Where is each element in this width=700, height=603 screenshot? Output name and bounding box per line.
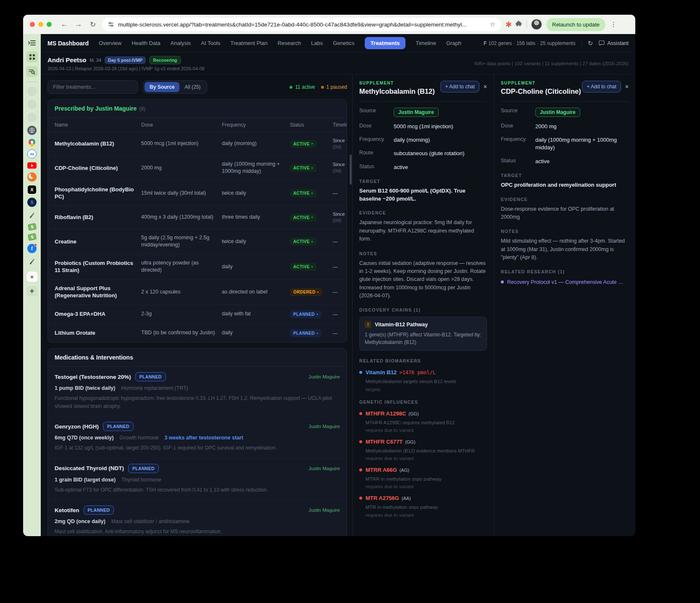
tab-genetics[interactable]: Genetics <box>333 40 355 46</box>
tab-analysis[interactable]: Analysis <box>171 40 191 46</box>
tab-timeline[interactable]: Timeline <box>416 40 436 46</box>
close-panel-icon[interactable]: × <box>484 83 487 90</box>
youtube-icon[interactable] <box>27 162 37 169</box>
table-row[interactable]: Adrenal Support Plus (Regenerative Nutri… <box>48 280 347 305</box>
new-item-button[interactable]: + <box>26 286 38 296</box>
table-row[interactable]: Lithium Orotate TBD (to be confirmed by … <box>48 324 347 342</box>
extensions-puzzle-icon[interactable] <box>516 20 522 29</box>
table-row[interactable]: CDP-Choline (Citicoline) 2000 mg daily (… <box>48 156 347 181</box>
status-badge[interactable]: ACTIVE▾ <box>290 164 316 172</box>
medication-item[interactable]: Genryzon (HGH) PLANNED Justin Maguire 6m… <box>48 416 347 458</box>
site-settings-icon[interactable] <box>108 21 114 27</box>
variant-link[interactable]: MTHFR A1298C <box>366 410 406 417</box>
active-count: 11 active <box>289 84 315 90</box>
table-row[interactable]: Riboflavin (B2) 400mg x 3 daily (1200mg … <box>48 206 347 229</box>
status-badge[interactable]: ACTIVE▾ <box>290 263 316 271</box>
tab-treatment-plan[interactable]: Treatment Plan <box>230 40 267 46</box>
status-badge[interactable]: PLANNED▾ <box>290 310 321 318</box>
apps-grid-icon[interactable] <box>26 51 38 62</box>
bookmark-star-icon[interactable]: ☆ <box>490 21 495 28</box>
status-badge[interactable]: ACTIVE▾ <box>290 238 316 246</box>
add-to-chat-button[interactable]: + Add to chat <box>582 81 621 93</box>
planned-badge: PLANNED <box>135 372 166 381</box>
extension-icon[interactable] <box>505 21 511 27</box>
app-placeholder-icon[interactable] <box>27 87 37 96</box>
scrollbar-thumb[interactable] <box>350 154 352 185</box>
maximize-window-button[interactable] <box>47 22 52 27</box>
table-row[interactable]: Omega-3 EPA+DHA 2-3g daily with fat PLAN… <box>48 305 347 324</box>
medication-item[interactable]: Testogel (Testosterone 20%) PLANNED Just… <box>48 367 347 416</box>
app-placeholder-icon[interactable] <box>27 113 37 122</box>
x-twitter-icon[interactable]: X <box>28 185 36 194</box>
caret-down-icon: ▾ <box>311 265 313 269</box>
variant-link[interactable]: MTR A2756G <box>366 495 399 501</box>
tab-labs[interactable]: Labs <box>311 40 323 46</box>
ita-icon[interactable]: ita <box>27 149 37 159</box>
tab-treatments[interactable]: Treatments <box>365 37 405 49</box>
close-panel-icon[interactable]: × <box>625 83 629 90</box>
status-badge[interactable]: ACTIVE▾ <box>290 189 316 197</box>
close-window-button[interactable] <box>30 22 35 27</box>
panel-kicker: SUPPLEMENT <box>501 81 581 85</box>
source-badge[interactable]: Justin Maguire <box>535 108 580 117</box>
source-badge[interactable]: Justin Maguire <box>394 108 439 117</box>
add-to-chat-button[interactable]: + Add to chat <box>440 81 479 93</box>
tab-research[interactable]: Research <box>278 40 301 46</box>
notes-section-label: NOTES <box>359 251 487 256</box>
prescriber: Justin Maguire <box>308 374 340 379</box>
app-placeholder-icon[interactable] <box>27 100 37 109</box>
sidebar-toggle-icon[interactable] <box>26 38 37 48</box>
pen-icon[interactable] <box>27 211 37 220</box>
table-row[interactable]: Phosphatidylcholine (BodyBio PC) 15ml tw… <box>48 181 347 206</box>
variant-dot-icon <box>359 412 362 415</box>
crunchyroll-icon[interactable] <box>27 172 37 182</box>
refresh-icon[interactable]: ↻ <box>588 40 593 47</box>
notes-text: Causes initial sedation (adaptive respon… <box>359 259 487 300</box>
status-badge[interactable]: ACTIVE▾ <box>290 140 316 148</box>
research-link[interactable]: Recovery Protocol v1 — Comprehensive Acu… <box>507 279 625 285</box>
browser-menu-icon[interactable]: ⋮ <box>610 21 618 28</box>
timing-link[interactable]: 3 weeks after testosterone start <box>164 435 243 441</box>
all-toggle[interactable]: All (25) <box>179 82 205 92</box>
variant-link[interactable]: MTHFR C677T <box>366 439 403 445</box>
discovery-chains-label: DISCOVERY CHAINS (1) <box>359 307 487 312</box>
medication-item[interactable]: Desiccated Thyroid (NDT) PLANNED Justin … <box>48 458 347 500</box>
assistant-button[interactable]: Assistant <box>599 40 629 46</box>
status-badge[interactable]: PLANNED▾ <box>290 329 321 337</box>
maps-pin-icon[interactable] <box>27 138 37 147</box>
forward-icon[interactable]: → <box>74 20 84 29</box>
tab-graph[interactable]: Graph <box>446 40 461 46</box>
caret-down-icon: ▾ <box>311 240 313 243</box>
minimize-window-button[interactable] <box>38 22 43 27</box>
url-bar[interactable]: multiple-sclerosis.vercel.app/?tab=treat… <box>102 18 501 31</box>
tab-ai-tools[interactable]: AI Tools <box>201 40 220 46</box>
table-row[interactable]: Probiotics (Custom Probiotics 11 Strain)… <box>48 254 347 280</box>
filter-treatments-input[interactable] <box>47 80 138 94</box>
reload-icon[interactable]: ↻ <box>88 20 98 29</box>
globe-icon[interactable] <box>27 126 37 135</box>
status-badge[interactable]: ORDERED▾ <box>290 288 322 296</box>
cash-icon[interactable]: $ <box>27 223 37 231</box>
cash-icon[interactable]: $ <box>27 233 37 241</box>
search-list-icon[interactable] <box>26 66 38 77</box>
pen-icon[interactable] <box>27 257 37 266</box>
discovery-chain-card[interactable]: ! Vitamin-B12 Pathway 1 gene(s) (MTHFR) … <box>359 317 487 351</box>
patient-name: Andri Peetso <box>47 56 87 63</box>
variant-link[interactable]: MTRR A66G <box>366 467 397 473</box>
biomarker-link[interactable]: Vitamin B12 <box>366 369 397 376</box>
close-button[interactable]: × <box>26 272 38 282</box>
medication-item[interactable]: Ketotifen PLANNED Justin Maguire 2mg QD … <box>48 500 347 536</box>
app-title[interactable]: MS Dashboard <box>47 40 89 47</box>
dark-app-icon[interactable]: S <box>27 198 37 207</box>
back-icon[interactable]: ← <box>59 20 69 29</box>
by-source-toggle[interactable]: By Source <box>145 82 179 92</box>
facebook-icon[interactable]: f <box>27 244 37 253</box>
table-row[interactable]: Methylcobalamin (B12) 5000 mcg (1ml inje… <box>48 132 347 156</box>
table-header: NameDoseFrequencyStatusTimeline <box>48 118 347 132</box>
tab-health-data[interactable]: Health Data <box>132 40 161 46</box>
relaunch-button[interactable]: Relaunch to update <box>546 18 605 31</box>
status-badge[interactable]: ACTIVE▾ <box>290 214 316 222</box>
table-row[interactable]: Creatine 5g daily (2.5g morning + 2.5g m… <box>48 229 347 254</box>
tab-overview[interactable]: Overview <box>99 40 121 46</box>
profile-avatar[interactable] <box>531 19 542 30</box>
